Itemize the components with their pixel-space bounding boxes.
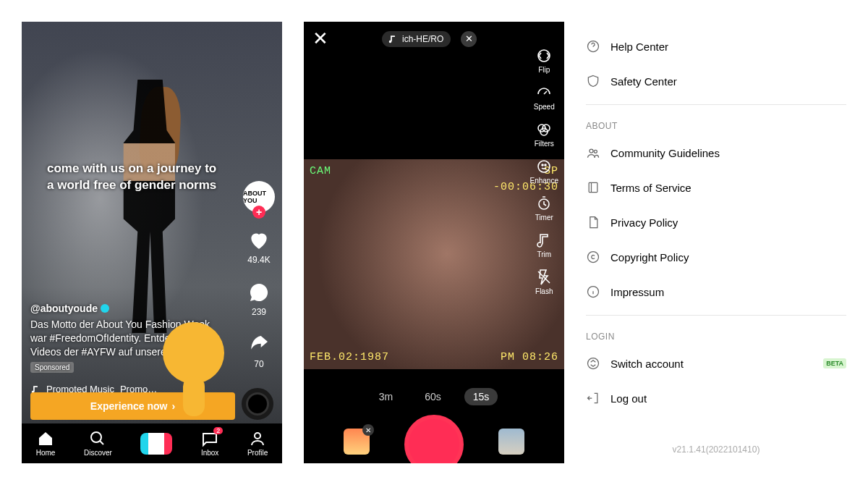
row-safety-center[interactable]: Safety Center — [586, 64, 846, 98]
remove-effect-icon[interactable]: ✕ — [362, 424, 374, 436]
row-help-center[interactable]: Help Center — [586, 29, 846, 64]
row-community-guidelines[interactable]: Community Guidelines — [586, 135, 846, 170]
camera-screen: CAM SP -00:06:30 FEB.02:1987 PM 08:26 ✕ … — [304, 22, 564, 463]
row-impressum[interactable]: Impressum — [586, 274, 846, 309]
comment-button[interactable]: 239 — [247, 281, 271, 317]
login-header: LOGIN — [586, 332, 846, 342]
row-terms-of-service[interactable]: Terms of Service — [586, 170, 846, 205]
creator-avatar[interactable]: ABOUT YOU + — [243, 181, 275, 213]
tool-flash[interactable]: Flash — [530, 269, 558, 295]
tool-filters[interactable]: Filters — [530, 121, 558, 148]
svg-point-5 — [538, 50, 550, 62]
comment-count: 239 — [252, 307, 266, 317]
camera-tools-rail: Flip Speed Filters Enhance Timer Trim Fl… — [530, 47, 558, 295]
tool-timer[interactable]: Timer — [530, 195, 558, 222]
shield-icon — [586, 74, 600, 88]
enhance-icon — [535, 158, 553, 175]
creator-username[interactable]: @aboutyoude — [30, 303, 218, 314]
speed-icon — [535, 84, 553, 101]
switch-label: Switch account — [610, 358, 684, 370]
overlay-cam: CAM — [310, 165, 331, 177]
tool-trim[interactable]: Trim — [530, 232, 558, 258]
overlay-clock: PM 08:26 — [501, 351, 558, 363]
effect-thumbnail[interactable]: ✕ — [344, 429, 370, 455]
avatar-text: ABOUT YOU — [243, 190, 275, 204]
share-button[interactable]: 70 — [247, 333, 271, 369]
row-log-out[interactable]: Log out — [586, 381, 846, 416]
divider — [586, 104, 846, 105]
about-header: ABOUT — [586, 121, 846, 131]
music-note-icon — [388, 34, 398, 44]
inbox-badge: 2 — [213, 427, 223, 434]
nav-create[interactable] — [140, 433, 172, 455]
flash-icon — [535, 269, 553, 286]
nav-home-label: Home — [36, 449, 56, 457]
copyright-icon — [586, 250, 600, 264]
tool-filters-label: Filters — [535, 140, 554, 148]
duration-15s[interactable]: 15s — [464, 388, 498, 405]
nav-inbox-label: Inbox — [201, 449, 218, 457]
copyright-label: Copyright Policy — [610, 251, 689, 263]
divider — [586, 315, 846, 316]
row-copyright-policy[interactable]: Copyright Policy — [586, 240, 846, 274]
svg-point-4 — [255, 433, 260, 439]
duration-60s[interactable]: 60s — [416, 388, 450, 405]
home-icon — [37, 430, 54, 447]
tool-flip[interactable]: Flip — [530, 47, 558, 74]
terms-label: Terms of Service — [610, 182, 692, 194]
document-icon — [586, 215, 600, 229]
svg-point-19 — [588, 358, 599, 369]
nav-discover[interactable]: Discover — [84, 430, 112, 457]
upload-thumbnail[interactable] — [498, 429, 524, 455]
sound-selector[interactable]: ich-HE/RO — [382, 31, 451, 47]
camera-viewfinder: CAM SP -00:06:30 FEB.02:1987 PM 08:26 — [304, 159, 564, 369]
username-text: @aboutyoude — [30, 303, 98, 314]
clear-sound-icon[interactable]: ✕ — [461, 31, 477, 47]
bottom-nav: Home Discover 2 Inbox Profile — [22, 423, 282, 463]
cta-label: Experience now — [90, 400, 168, 412]
comment-icon — [247, 281, 271, 304]
svg-point-14 — [590, 149, 593, 153]
svg-point-15 — [594, 150, 597, 153]
close-icon[interactable]: ✕ — [312, 28, 328, 50]
row-switch-account[interactable]: Switch account BETA — [586, 346, 846, 381]
svg-point-1 — [258, 292, 260, 294]
pointing-hand-emoji — [163, 322, 231, 402]
switch-account-icon — [586, 356, 600, 371]
chevron-right-icon: › — [171, 400, 175, 412]
nav-profile-label: Profile — [247, 449, 268, 457]
nav-inbox[interactable]: 2 Inbox — [201, 430, 218, 457]
tool-flip-label: Flip — [538, 66, 550, 74]
tool-flash-label: Flash — [535, 287, 553, 295]
nav-home[interactable]: Home — [36, 430, 56, 457]
svg-point-2 — [262, 292, 264, 294]
camera-top-bar: ✕ ich-HE/RO ✕ — [312, 28, 556, 50]
heart-icon — [247, 229, 271, 252]
follow-plus-icon[interactable]: + — [252, 206, 265, 219]
community-label: Community Guidelines — [610, 147, 720, 159]
help-label: Help Center — [610, 41, 668, 53]
book-icon — [586, 180, 600, 195]
logout-icon — [586, 391, 600, 405]
search-icon — [89, 430, 106, 447]
create-button-icon — [140, 433, 172, 455]
app-version: v21.1.41(2022101410) — [586, 444, 846, 455]
verified-icon — [101, 304, 109, 313]
sponsored-tag: Sponsored — [30, 362, 74, 373]
flip-icon — [535, 47, 553, 64]
feed-screen: come with us on a journey to a world fre… — [22, 22, 282, 463]
caption-line1: come with us on a journey to — [47, 161, 216, 175]
nav-profile[interactable]: Profile — [247, 430, 268, 457]
like-button[interactable]: 49.4K — [247, 229, 271, 265]
tool-enhance[interactable]: Enhance — [530, 158, 558, 185]
privacy-label: Privacy Policy — [610, 216, 678, 229]
svg-point-3 — [91, 432, 101, 442]
logout-label: Log out — [610, 392, 647, 405]
duration-3m[interactable]: 3m — [370, 388, 401, 405]
tool-speed[interactable]: Speed — [530, 84, 558, 111]
settings-panel: Help Center Safety Center ABOUT Communit… — [586, 22, 846, 463]
row-privacy-policy[interactable]: Privacy Policy — [586, 205, 846, 240]
help-icon — [586, 39, 600, 54]
svg-point-10 — [542, 164, 543, 166]
sound-disc[interactable] — [242, 388, 273, 420]
